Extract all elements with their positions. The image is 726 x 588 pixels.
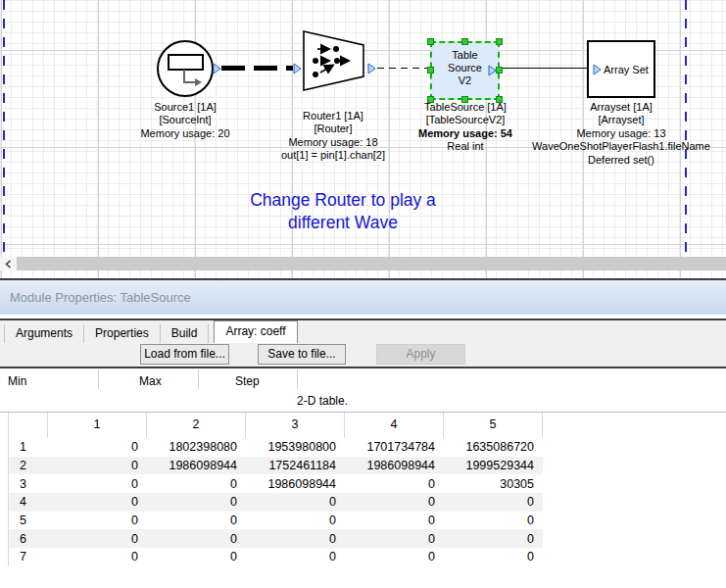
tab-arguments[interactable]: Arguments <box>4 324 84 343</box>
row-header[interactable]: 6 <box>9 532 48 546</box>
arrayset-body-label: Array Set <box>604 64 649 75</box>
table-row[interactable]: 2019860989441752461184198609894419995293… <box>9 457 543 475</box>
source1-caption: Source1 [1A] [SourceInt] Memory usage: 2… <box>107 101 264 140</box>
table-row[interactable]: 500000 <box>9 512 543 530</box>
table-cell[interactable]: 0 <box>345 477 444 491</box>
selection-handle[interactable] <box>427 67 434 74</box>
table-cell[interactable]: 0 <box>147 532 246 546</box>
row-header[interactable]: 2 <box>9 459 48 472</box>
save-to-file-button[interactable]: Save to file... <box>258 344 346 365</box>
arrayset-input-pin-icon[interactable] <box>593 64 602 75</box>
wire-router-to-tablesource[interactable] <box>377 68 429 69</box>
table-cell[interactable]: 0 <box>48 495 147 509</box>
tab-build[interactable]: Build <box>161 324 210 343</box>
table-cell[interactable]: 1986098944 <box>246 477 345 491</box>
column-header[interactable]: 1 <box>48 413 147 438</box>
table-cell[interactable]: 0 <box>48 459 147 472</box>
source1-output-pin-icon[interactable] <box>213 63 221 74</box>
wire-source-to-router[interactable] <box>221 66 293 71</box>
table-cell[interactable]: 1701734784 <box>345 440 444 454</box>
field-separator <box>98 369 99 389</box>
arrayset-caption: Arrayset [1A] [Arrayset] Memory usage: 1… <box>523 101 719 167</box>
diagram-canvas[interactable]: Table Source V2 Array Set Source1 [1A] <box>0 0 726 278</box>
column-header[interactable]: 5 <box>444 413 543 438</box>
field-separator <box>198 369 199 389</box>
table-cell[interactable]: 0 <box>246 532 345 546</box>
tablesource-output-pin-icon[interactable] <box>488 65 497 76</box>
table-cell[interactable]: 1752461184 <box>246 459 345 472</box>
step-label: Step <box>235 374 260 388</box>
min-label: Min <box>8 374 26 388</box>
block-arrayset[interactable]: Array Set <box>587 40 655 98</box>
table-cell[interactable]: 0 <box>147 550 246 564</box>
scroll-left-button[interactable] <box>0 257 17 270</box>
row-header[interactable]: 3 <box>9 477 48 491</box>
table-row[interactable]: 600000 <box>9 529 543 548</box>
table-cell[interactable]: 1986098944 <box>147 459 246 472</box>
tab-array-coeff[interactable]: Array: coeff <box>214 320 297 343</box>
block-source1[interactable] <box>157 40 214 97</box>
wire-tablesource-to-arrayset[interactable] <box>502 68 588 69</box>
table-cell[interactable]: 0 <box>345 514 444 527</box>
horizontal-scrollbar[interactable] <box>0 257 726 270</box>
table-cell[interactable]: 0 <box>246 550 345 564</box>
table-cell[interactable]: 0 <box>444 495 543 509</box>
tablesource-caption: TableSource [1A] [TableSourceV2] Memory … <box>387 101 544 154</box>
table-header-row: 12345 <box>9 413 543 438</box>
table-cell[interactable]: 0 <box>48 440 147 454</box>
row-header[interactable]: 4 <box>9 495 48 509</box>
load-from-file-button[interactable]: Load from file... <box>140 344 229 365</box>
table-cell[interactable]: 0 <box>246 514 345 527</box>
table-row[interactable]: 400000 <box>9 493 543 512</box>
table-cell[interactable]: 0 <box>48 532 147 546</box>
table-cell[interactable]: 1999529344 <box>444 459 543 472</box>
table-cell[interactable]: 1986098944 <box>345 459 444 472</box>
router1-input-pin-icon[interactable] <box>293 63 302 74</box>
table-cell[interactable]: 0 <box>444 532 543 546</box>
table-corner-cell <box>9 413 48 438</box>
tab-properties[interactable]: Properties <box>84 324 161 343</box>
selection-handle[interactable] <box>461 38 468 45</box>
page-boundary-left <box>3 0 5 257</box>
column-header[interactable]: 4 <box>345 413 444 438</box>
table-cell[interactable]: 0 <box>345 532 444 546</box>
table-cell[interactable]: 0 <box>147 514 246 527</box>
canvas-annotation[interactable]: Change Router to play a different Wave <box>223 189 462 234</box>
table-cell[interactable]: 0 <box>48 550 147 564</box>
table-cell[interactable]: 0 <box>48 477 147 491</box>
table-cell[interactable]: 30305 <box>444 477 543 491</box>
panel-titlebar[interactable]: Module Properties: TableSource <box>0 280 726 315</box>
source-symbol-icon <box>168 54 204 71</box>
column-header[interactable]: 2 <box>147 413 246 438</box>
block-router1[interactable] <box>302 28 366 93</box>
table-cell[interactable]: 0 <box>246 495 345 509</box>
row-header[interactable]: 5 <box>9 514 48 527</box>
table-cell[interactable]: 1635086720 <box>444 440 543 454</box>
table-cell[interactable]: 0 <box>147 495 246 509</box>
table-cell[interactable]: 0 <box>444 550 543 564</box>
table-row[interactable]: 1018023980801953980800170173478416350867… <box>9 438 543 457</box>
table-cell[interactable]: 0 <box>345 550 444 564</box>
table-cell[interactable]: 0 <box>147 477 246 491</box>
row-header[interactable]: 1 <box>9 440 48 454</box>
table-cell[interactable]: 0 <box>444 514 543 527</box>
apply-button[interactable]: Apply <box>376 344 465 365</box>
table-cell[interactable]: 1802398080 <box>147 440 246 454</box>
row-header[interactable]: 7 <box>9 550 48 564</box>
table-body: 1018023980801953980800170173478416350867… <box>9 438 543 566</box>
table-cell[interactable]: 1953980800 <box>246 440 345 454</box>
table-cell[interactable]: 0 <box>48 514 147 527</box>
button-row: Load from file... Save to file... Apply <box>0 343 726 367</box>
tablesource-body-line: Table <box>432 49 498 62</box>
block-tablesource[interactable]: Table Source V2 <box>430 41 500 100</box>
buttons-bottom-border <box>0 367 726 368</box>
selection-handle[interactable] <box>427 38 434 45</box>
selection-handle[interactable] <box>496 67 503 74</box>
table-cell[interactable]: 0 <box>345 495 444 509</box>
table-row[interactable]: 3001986098944030305 <box>9 474 543 493</box>
router1-output-pin-icon[interactable] <box>367 63 376 74</box>
tab-bar: Arguments Properties Build Array: coeff <box>0 320 726 343</box>
selection-handle[interactable] <box>496 38 503 45</box>
column-header[interactable]: 3 <box>246 413 345 438</box>
table-row[interactable]: 700000 <box>9 548 543 566</box>
